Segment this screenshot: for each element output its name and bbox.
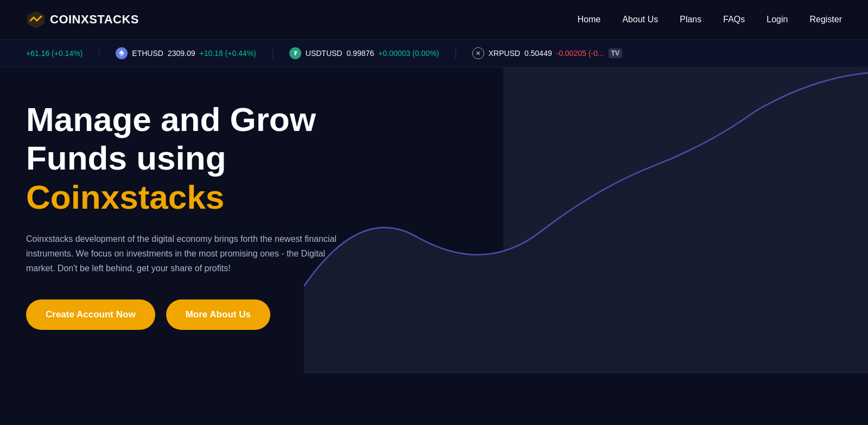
brand-name: COINXSTACKS xyxy=(50,12,139,27)
usdt-icon: ₮ xyxy=(289,47,301,59)
xrp-symbol: XRPUSD xyxy=(489,49,520,58)
nav-faqs[interactable]: FAQs xyxy=(723,15,745,24)
ticker-usdt: ₮ USDTUSD 0.99876 +0.00003 (0.00%) xyxy=(289,47,456,59)
hero-section: Manage and Grow Funds using Coinxstacks … xyxy=(0,67,868,373)
usdt-price: 0.99876 xyxy=(346,49,374,58)
hero-title-line2: Funds using xyxy=(26,139,226,177)
ticker-bar: +61.16 (+0.14%) ETHUSD 2309.09 +10.18 (+… xyxy=(0,39,868,67)
eth-price: 2309.09 xyxy=(168,49,195,58)
ticker-xrp: ✕ XRPUSD 0.50449 -0.00205 (-0... TV xyxy=(472,47,638,59)
create-account-button[interactable]: Create Account Now xyxy=(26,299,155,330)
hero-title: Manage and Grow Funds using Coinxstacks xyxy=(26,100,395,216)
hero-content: Manage and Grow Funds using Coinxstacks … xyxy=(26,100,395,330)
hero-description: Coinxstacks development of the digital e… xyxy=(26,232,352,276)
eth-icon xyxy=(116,47,128,59)
xrp-change: -0.00205 (-0... xyxy=(556,49,604,58)
hero-title-line1: Manage and Grow xyxy=(26,101,316,138)
hero-title-accent: Coinxstacks xyxy=(26,178,395,216)
logo-icon xyxy=(26,10,46,29)
nav-plans[interactable]: Plans xyxy=(680,15,701,24)
logo: COINXSTACKS xyxy=(26,10,139,29)
nav-home[interactable]: Home xyxy=(578,15,601,24)
hero-buttons: Create Account Now More About Us xyxy=(26,299,395,330)
btc-change: +61.16 (+0.14%) xyxy=(26,49,83,58)
eth-change: +10.18 (+0.44%) xyxy=(199,49,256,58)
usdt-change: +0.00003 (0.00%) xyxy=(378,49,439,58)
eth-symbol: ETHUSD xyxy=(132,49,163,58)
header: COINXSTACKS Home About Us Plans FAQs Log… xyxy=(0,0,868,39)
xrp-icon: ✕ xyxy=(472,47,484,59)
nav-login[interactable]: Login xyxy=(766,15,788,24)
tv-badge: TV xyxy=(609,48,622,58)
ticker-btc: +61.16 (+0.14%) xyxy=(26,49,99,58)
main-nav: Home About Us Plans FAQs Login Register xyxy=(578,15,842,24)
svg-marker-1 xyxy=(119,50,124,55)
more-about-button[interactable]: More About Us xyxy=(166,299,270,330)
xrp-price: 0.50449 xyxy=(524,49,552,58)
ticker-eth: ETHUSD 2309.09 +10.18 (+0.44%) xyxy=(116,47,273,59)
usdt-symbol: USDTUSD xyxy=(306,49,343,58)
nav-register[interactable]: Register xyxy=(809,15,842,24)
nav-about[interactable]: About Us xyxy=(622,15,658,24)
